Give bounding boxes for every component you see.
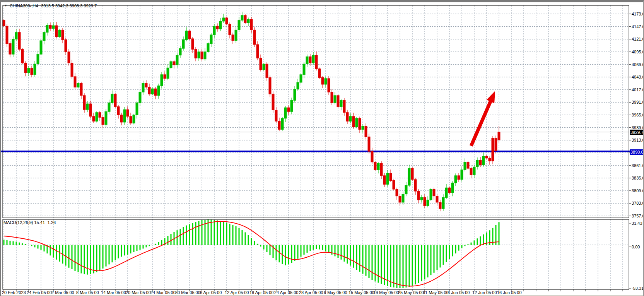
macd-histogram-bar bbox=[226, 222, 227, 245]
price-axis-label: 4017.0 bbox=[632, 87, 644, 92]
macd-histogram-bar bbox=[390, 245, 391, 287]
candle bbox=[430, 188, 432, 201]
macd-histogram-bar bbox=[137, 245, 138, 251]
macd-histogram-bar bbox=[75, 245, 76, 271]
date-label: 8 Mar 05:00 bbox=[76, 290, 99, 295]
price-axis-label: 3835.0 bbox=[632, 176, 644, 180]
macd-histogram-bar bbox=[130, 245, 132, 253]
macd-histogram-bar bbox=[158, 242, 159, 245]
macd-histogram-bar bbox=[458, 245, 460, 251]
macd-histogram-bar bbox=[427, 245, 429, 277]
date-label: 12 Jun 05:00 bbox=[472, 290, 497, 295]
macd-histogram-bar bbox=[338, 245, 339, 258]
macd-histogram-bar bbox=[109, 245, 110, 264]
macd-histogram-bar bbox=[375, 245, 376, 282]
candle bbox=[170, 60, 172, 69]
macd-histogram-bar bbox=[480, 236, 481, 245]
macd-histogram-bar bbox=[270, 245, 271, 255]
macd-histogram-bar bbox=[38, 245, 39, 248]
price-axis-label: 3991.0 bbox=[632, 100, 644, 104]
macd-histogram-bar bbox=[403, 245, 404, 288]
price-axis-label: 4173.0 bbox=[632, 12, 644, 16]
price-axis-label: 4095.0 bbox=[632, 50, 644, 54]
candle bbox=[3, 19, 5, 27]
macd-histogram-bar bbox=[353, 245, 354, 268]
macd-histogram-bar bbox=[319, 245, 320, 250]
macd-histogram-bar bbox=[316, 245, 317, 249]
macd-histogram-bar bbox=[449, 245, 450, 259]
macd-histogram-bar bbox=[294, 245, 296, 261]
candle bbox=[123, 107, 126, 125]
candle bbox=[151, 87, 154, 95]
candle bbox=[492, 136, 494, 164]
symbol-info-bar[interactable]: ▼ CHINA300-,H4 3913.5 3942.3 3908.3 3929… bbox=[4, 3, 97, 8]
macd-histogram-bar bbox=[263, 245, 265, 250]
macd-histogram-bar bbox=[183, 227, 184, 245]
macd-histogram-bar bbox=[211, 219, 212, 245]
price-axis-label: 4121.0 bbox=[632, 37, 644, 41]
macd-histogram-bar bbox=[34, 245, 36, 247]
macd-histogram-bar bbox=[434, 245, 435, 273]
symbol-dropdown-icon[interactable]: ▼ bbox=[4, 4, 7, 7]
candle bbox=[355, 117, 358, 128]
price-axis-label: 3783.0 bbox=[632, 201, 644, 205]
macd-histogram-bar bbox=[96, 245, 97, 272]
candle bbox=[207, 42, 209, 53]
macd-histogram-bar bbox=[301, 245, 302, 257]
macd-histogram-bar bbox=[347, 245, 348, 263]
macd-histogram-bar bbox=[285, 245, 286, 265]
macd-histogram-bar bbox=[266, 245, 268, 252]
macd-histogram-bar bbox=[415, 245, 416, 284]
macd-axis-label: -53.31 bbox=[632, 286, 644, 291]
date-label: 31 May 05:00 bbox=[423, 290, 449, 295]
macd-histogram-bar bbox=[106, 245, 107, 267]
macd-histogram-bar bbox=[220, 221, 221, 245]
macd-histogram-bar bbox=[350, 245, 351, 266]
macd-histogram-bar bbox=[461, 245, 463, 248]
macd-histogram-bar bbox=[198, 221, 200, 245]
price-chart-canvas[interactable] bbox=[1, 2, 644, 296]
price-axis-label: 4069.0 bbox=[632, 62, 644, 67]
macd-histogram-bar bbox=[236, 226, 237, 245]
date-label: 18 Apr 05:00 bbox=[249, 290, 273, 295]
macd-histogram-bar bbox=[356, 245, 357, 270]
macd-histogram-bar bbox=[78, 245, 79, 272]
macd-histogram-bar bbox=[239, 228, 240, 245]
date-label: 28 Apr 05:00 bbox=[299, 290, 323, 295]
macd-histogram-bar bbox=[424, 245, 425, 279]
macd-histogram-bar bbox=[465, 245, 466, 246]
candle bbox=[114, 93, 116, 108]
macd-histogram-bar bbox=[102, 245, 104, 269]
date-label: 6 Apr 05:00 bbox=[200, 290, 222, 295]
candle bbox=[188, 30, 191, 40]
macd-histogram-bar bbox=[387, 245, 388, 286]
date-label: 12 Apr 05:00 bbox=[225, 290, 249, 295]
macd-histogram-bar bbox=[28, 245, 29, 245]
macd-histogram-bar bbox=[260, 245, 261, 246]
macd-histogram-bar bbox=[406, 245, 407, 287]
macd-histogram-bar bbox=[344, 245, 345, 262]
price-axis-label: 4147.0 bbox=[632, 24, 644, 29]
date-label: 14 Mar 05:00 bbox=[101, 290, 126, 295]
macd-histogram-bar bbox=[68, 245, 70, 268]
macd-histogram-bar bbox=[171, 234, 172, 245]
macd-histogram-bar bbox=[452, 245, 453, 256]
date-label: 20 Mar 05:00 bbox=[126, 290, 151, 295]
macd-histogram-bar bbox=[140, 245, 141, 250]
candle bbox=[328, 76, 330, 95]
macd-histogram-bar bbox=[152, 245, 153, 245]
macd-histogram-bar bbox=[161, 240, 162, 245]
price-axis-label: 3965.0 bbox=[632, 113, 644, 117]
candle bbox=[263, 63, 265, 71]
macd-histogram-bar bbox=[41, 245, 42, 250]
macd-histogram-bar bbox=[396, 245, 398, 288]
macd-histogram-bar bbox=[118, 245, 119, 258]
macd-histogram-bar bbox=[393, 245, 395, 287]
date-label: 15 May 05:00 bbox=[348, 290, 374, 295]
macd-histogram-bar bbox=[44, 245, 45, 252]
macd-histogram-bar bbox=[81, 245, 82, 274]
candle bbox=[368, 133, 370, 153]
macd-histogram-bar bbox=[310, 245, 311, 251]
macd-histogram-bar bbox=[133, 245, 135, 252]
macd-histogram-bar bbox=[400, 245, 401, 288]
